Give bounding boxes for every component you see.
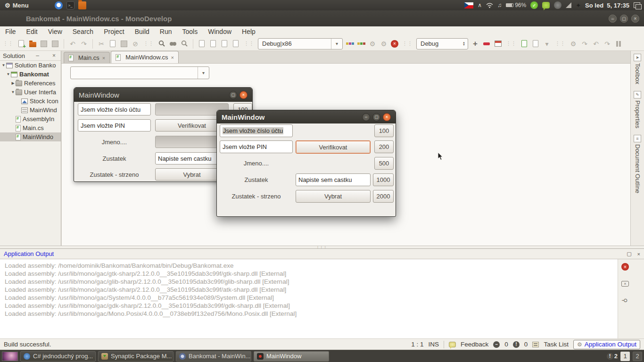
browser-icon[interactable] (55, 1, 63, 9)
tab-close-icon[interactable]: × (102, 55, 105, 61)
task-button-csharp-doc[interactable]: C# jednoduchý prog... (20, 351, 96, 362)
minimize-icon[interactable]: – (609, 15, 617, 23)
tab-close-icon[interactable]: × (171, 55, 174, 60)
debug-run-icon[interactable]: ⚙ (380, 40, 388, 48)
tree-item-mainwindow-designer[interactable]: MainWind (0, 106, 61, 115)
pad-close-icon[interactable]: × (637, 251, 640, 257)
menu-window[interactable]: Window (203, 26, 237, 37)
next-bookmark-icon[interactable] (220, 40, 229, 48)
application-output-toggle[interactable]: ⚙ Application Output (573, 340, 640, 349)
close-icon[interactable]: × (631, 15, 639, 23)
task-button-synaptic[interactable]: Synaptic Package M... (98, 351, 173, 362)
task-list-label[interactable]: Task List (544, 341, 569, 348)
tree-item-project-bankomat[interactable]: ▼ Bankomat (0, 70, 61, 79)
indicator-caret-icon[interactable]: ∧ (478, 2, 482, 8)
keyboard-layout-flag-icon[interactable] (464, 2, 473, 8)
chevron-down-icon[interactable]: ▾ (198, 67, 209, 79)
paste-icon[interactable] (120, 40, 128, 48)
menu-tools[interactable]: Tools (177, 26, 203, 37)
terminal-icon[interactable]: >_ (66, 1, 74, 9)
amount-entry[interactable]: Napiste sem castku (296, 173, 371, 186)
tree-item-main-cs[interactable]: Main.cs (0, 123, 61, 132)
system-menu-button[interactable]: ⚙ Menu (0, 0, 33, 10)
ide-titlebar[interactable]: Bankomat - MainWindow.cs - MonoDevelop –… (0, 10, 644, 26)
search-icon[interactable] (157, 40, 166, 48)
wifi-icon[interactable] (486, 2, 493, 8)
value-100-button[interactable]: 100 (374, 124, 394, 137)
pin-entry[interactable]: Jsem vložte PIN (220, 140, 293, 153)
cut-icon[interactable]: ✂ (97, 40, 106, 48)
nav-back-doc-icon[interactable] (198, 40, 206, 48)
value-200-button[interactable]: 200 (374, 140, 394, 153)
build-icon[interactable] (346, 40, 354, 48)
breakpoint-window-icon[interactable] (494, 40, 502, 48)
tab-main-cs[interactable]: Main.cs × (64, 52, 110, 63)
menu-edit[interactable]: Edit (21, 26, 43, 37)
menu-project[interactable]: Project (99, 26, 130, 37)
error-count-icon[interactable]: – (493, 341, 500, 348)
find-replace-icon[interactable] (180, 40, 189, 48)
menu-view[interactable]: View (43, 26, 67, 37)
task-list-icon[interactable] (532, 342, 539, 347)
account-number-entry[interactable]: Jsem vložte číslo účtu (220, 124, 293, 137)
tree-item-solution[interactable]: ▼ Solution Banko (0, 61, 61, 70)
step-over-doc-icon[interactable] (520, 40, 528, 48)
step-over-icon[interactable]: ↷ (580, 40, 589, 48)
signal-strength-icon[interactable] (566, 2, 571, 8)
chevron-down-icon[interactable]: ▾ (331, 39, 342, 49)
sound-indicator-icon[interactable]: ♫ (497, 2, 502, 8)
tab-toolbox[interactable]: ➤ Toolbox (634, 54, 641, 84)
maximize-icon[interactable]: ▢ (372, 113, 380, 121)
run-with-icon[interactable]: ⚙ (368, 40, 377, 48)
minimize-icon[interactable]: – (362, 113, 370, 121)
new-file-icon[interactable]: + (17, 40, 25, 48)
remove-icon[interactable] (482, 40, 491, 48)
add-icon[interactable]: + (471, 40, 479, 48)
app-window-titlebar[interactable]: MainWindow – ▢ × (217, 110, 396, 123)
find-in-files-icon[interactable] (169, 40, 177, 48)
menu-file[interactable]: File (0, 26, 21, 37)
tab-document-outline[interactable]: ≡ Document Outline (634, 135, 641, 193)
bookmark-icon[interactable] (231, 40, 240, 48)
value-1000-button[interactable]: 1000 (373, 173, 394, 186)
pause-icon[interactable] (614, 40, 623, 48)
pad-dock-icon[interactable]: ▢ (627, 251, 631, 257)
stop-process-icon[interactable]: × (621, 263, 629, 271)
skype-status-icon[interactable]: ✓ (530, 1, 538, 9)
tree-item-references[interactable]: ▶ References (0, 79, 61, 88)
debug-target-combo[interactable]: Debug ▲▼ (416, 38, 468, 49)
redo-icon[interactable]: ↷ (80, 40, 88, 48)
save-icon[interactable] (40, 40, 48, 48)
verify-button[interactable]: Verifikovat (296, 140, 371, 154)
step-into-icon[interactable]: ↶ (592, 40, 600, 48)
task-button-monodevelop[interactable]: Bankomat - MainWin... (176, 351, 251, 362)
tree-item-mainwindow-cs[interactable]: MainWindo (0, 132, 61, 141)
battery-indicator[interactable]: 96% (506, 2, 526, 8)
app-tray-icon[interactable]: ✦ (576, 2, 581, 9)
tree-item-assemblyinfo[interactable]: AssemblyIn (0, 115, 61, 123)
spinner-arrows-icon[interactable]: ▲▼ (460, 41, 468, 46)
evernote-tray-icon[interactable] (554, 1, 561, 9)
menu-search[interactable]: Search (67, 26, 99, 37)
prev-bookmark-icon[interactable] (209, 40, 217, 48)
chevron-down-icon[interactable]: ▾ (543, 40, 551, 48)
close-icon[interactable]: × (383, 113, 391, 121)
rebuild-icon[interactable] (357, 40, 365, 48)
debug-gear-icon[interactable]: ⚙ (569, 40, 578, 48)
pad-minimize-icon[interactable]: – (33, 52, 41, 59)
expander-open-icon[interactable]: ▼ (1, 63, 6, 67)
account-number-entry[interactable]: Jsem vložte číslo účtu (78, 103, 151, 115)
running-mainwindow[interactable]: MainWindow – ▢ × Jsem vložte číslo účtu … (216, 110, 396, 217)
member-combo[interactable]: ▾ (70, 66, 209, 79)
value-2000-button[interactable]: 2000 (373, 190, 394, 203)
messaging-indicator-icon[interactable] (542, 2, 550, 8)
expander-open-icon[interactable]: ▼ (6, 72, 11, 76)
open-file-icon[interactable] (28, 40, 37, 48)
desktop-wallpaper-thumb[interactable] (2, 352, 18, 361)
output-log[interactable]: Loaded assembly: /home/dominik/Bankomat/… (0, 259, 618, 338)
task-button-mainwindow[interactable]: MainWindow (254, 351, 329, 362)
expander-open-icon[interactable]: ▼ (10, 90, 16, 94)
warning-count-icon[interactable]: ! (513, 341, 520, 348)
tree-item-stock-icons[interactable]: Stock Icon (0, 97, 61, 106)
copy-icon[interactable] (108, 40, 117, 48)
